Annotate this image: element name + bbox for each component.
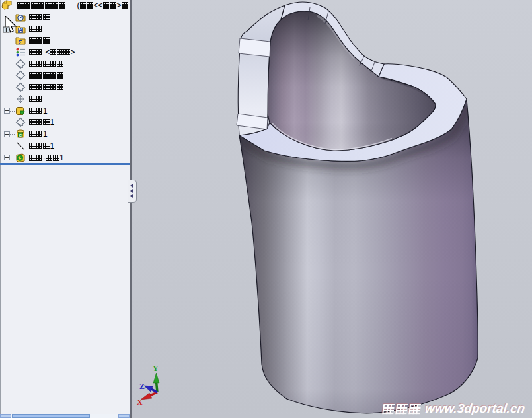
svg-text:X: X [137, 398, 143, 407]
svg-text:Y: Y [153, 364, 159, 373]
svg-text:Σ: Σ [19, 39, 22, 46]
svg-text:CI: CI [19, 133, 23, 137]
svg-text:Z: Z [139, 382, 145, 391]
